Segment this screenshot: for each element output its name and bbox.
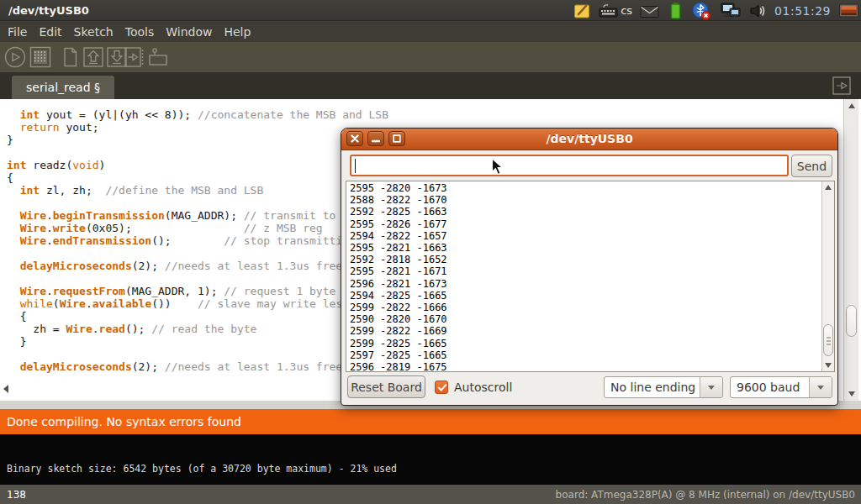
tab-menu-icon[interactable] [832, 76, 851, 95]
keyboard-layout-label: cs [621, 4, 632, 17]
serial-scrollbar[interactable] [821, 181, 834, 371]
tab-serial-read[interactable]: serial_read § [12, 76, 114, 99]
code-line: while(Wire.available()) // slave may wri… [7, 297, 388, 310]
scroll-up-icon[interactable] [848, 103, 855, 108]
serial-monitor-title: /dev/ttyUSB0 [341, 129, 837, 150]
serial-line: 2594 -2825 -1665 [350, 290, 447, 302]
menu-window[interactable]: Window [160, 25, 218, 39]
code-line: int zl, zh; //define the MSB and LSB [7, 184, 388, 197]
verify-icon[interactable] [3, 45, 27, 69]
code-line: { [7, 310, 388, 323]
code-line: delayMicroseconds(2); //needs at least 1… [7, 260, 388, 272]
serial-monitor-icon[interactable] [146, 45, 170, 69]
serial-line: 2599 -2825 -1665 [350, 338, 447, 349]
serial-line: 2592 -2818 -1652 [350, 254, 447, 265]
battery-icon[interactable] [667, 1, 684, 20]
clock[interactable]: 01:51:29 [774, 4, 831, 18]
serial-line: 2596 -2819 -1675 [350, 361, 447, 372]
code-line [7, 348, 388, 360]
session-icon[interactable] [838, 2, 859, 20]
code-line: Wire.requestFrom(MAG_ADDR, 1); // reques… [7, 285, 388, 297]
line-number: 138 [0, 489, 26, 501]
menu-file[interactable]: File [2, 25, 33, 39]
window-title: /dev/ttyUSB0 [0, 4, 89, 17]
serial-monitor-titlebar[interactable]: /dev/ttyUSB0 [341, 129, 837, 150]
serial-output-text: 2595 -2820 -16732588 -2822 -16702592 -28… [350, 182, 447, 372]
code-line [7, 272, 388, 285]
code-line: } [7, 134, 388, 146]
serial-line: 2594 -2822 -1657 [350, 230, 447, 242]
reset-board-button[interactable]: Reset Board [347, 375, 425, 398]
scroll-down-icon[interactable] [848, 391, 855, 396]
build-console-text: Binary sketch size: 6542 bytes (of a 307… [7, 463, 397, 475]
network-icon[interactable] [719, 1, 741, 20]
menu-help[interactable]: Help [218, 25, 256, 39]
serial-line: 2595 -2820 -1673 [350, 182, 447, 194]
serial-line: 2595 -2821 -1663 [350, 242, 447, 254]
serial-monitor-controls: Reset Board Autoscroll No line ending 96… [341, 375, 837, 400]
code-area: int yout = (yl|(yh << 8)); //concatenate… [7, 108, 388, 373]
line-ending-value: No line ending [605, 377, 700, 397]
serial-monitor-window: /dev/ttyUSB0 Send 2595 -2820 -16732588 -… [341, 128, 838, 406]
serial-input-field[interactable] [350, 155, 789, 176]
serial-line: 2599 -2822 -1666 [350, 302, 447, 313]
editor-scrollbar-thumb[interactable] [846, 305, 857, 337]
baud-rate-dropdown[interactable]: 9600 baud [730, 376, 832, 398]
scroll-up-icon[interactable] [825, 185, 832, 190]
upload-icon[interactable] [123, 45, 146, 69]
line-ending-dropdown[interactable]: No line ending [604, 376, 723, 398]
code-line: Wire.beginTransmission(MAG_ADDR); // tra… [7, 209, 388, 222]
serial-line: 2599 -2822 -1669 [350, 325, 447, 337]
keyboard-layout-icon[interactable]: cs [599, 2, 632, 20]
code-line: int yout = (yl|(yh << 8)); //concatenate… [7, 108, 388, 121]
maximize-icon[interactable] [388, 131, 405, 146]
code-line: zh = Wire.read(); // read the byte [7, 323, 388, 335]
toolbar [0, 42, 861, 72]
scroll-down-icon[interactable] [825, 363, 832, 368]
serial-line: 2597 -2825 -1665 [350, 349, 447, 361]
text-caret [355, 159, 356, 173]
serial-line: 2590 -2820 -1670 [350, 313, 447, 325]
chevron-down-icon[interactable] [809, 377, 832, 397]
board-info: board: ATmega328P(A) @ 8 MHz (internal) … [556, 489, 855, 501]
baud-rate-value: 9600 baud [731, 377, 809, 397]
menu-tools[interactable]: Tools [119, 25, 161, 39]
minimize-icon[interactable] [367, 131, 384, 146]
compile-status-bar: Done compiling. No syntax errors found [0, 409, 861, 434]
hscroll-left-arrow-icon[interactable] [3, 385, 8, 393]
code-line: } [7, 335, 388, 348]
editor-scrollbar[interactable] [843, 99, 858, 401]
new-sketch-icon[interactable] [58, 45, 82, 69]
serial-line: 2596 -2821 -1673 [350, 278, 447, 290]
serial-line: 2592 -2825 -1663 [350, 206, 447, 218]
code-line: delayMicroseconds(2); //needs at least 1… [7, 360, 388, 373]
note-icon[interactable] [573, 2, 591, 20]
tab-bar: serial_read § [0, 72, 861, 99]
autoscroll-label[interactable]: Autoscroll [454, 381, 512, 394]
ide-status-bar: 138 board: ATmega328P(A) @ 8 MHz (intern… [0, 485, 861, 504]
menu-edit[interactable]: Edit [33, 25, 67, 39]
menu-bar: FileEditSketchToolsWindowHelp [0, 21, 861, 42]
close-icon[interactable] [346, 131, 363, 146]
code-line: { [7, 171, 388, 184]
serial-scrollbar-thumb[interactable] [823, 324, 833, 356]
code-line [7, 247, 388, 260]
volume-icon[interactable] [748, 2, 767, 20]
bluetooth-icon[interactable] [691, 1, 711, 21]
code-line: int readz(void) [7, 159, 388, 171]
stop-icon[interactable] [29, 45, 52, 69]
screen: /dev/ttyUSB0 cs 01:5 [0, 0, 861, 504]
autoscroll-checkbox[interactable] [435, 381, 448, 394]
menu-sketch[interactable]: Sketch [68, 25, 119, 39]
mouse-cursor [491, 158, 504, 179]
open-sketch-icon[interactable] [82, 45, 105, 69]
serial-output: 2595 -2820 -16732588 -2822 -16702592 -28… [346, 181, 835, 372]
serial-line: 2595 -2826 -1677 [350, 218, 447, 230]
chevron-down-icon[interactable] [700, 377, 722, 397]
code-line: Wire.write(0x05); // z MSB reg [7, 222, 388, 234]
send-button[interactable]: Send [791, 155, 832, 177]
serial-line: 2588 -2822 -1670 [350, 194, 447, 206]
code-line [7, 197, 388, 209]
mail-icon[interactable] [640, 2, 659, 20]
code-line: return yout; [7, 121, 388, 134]
